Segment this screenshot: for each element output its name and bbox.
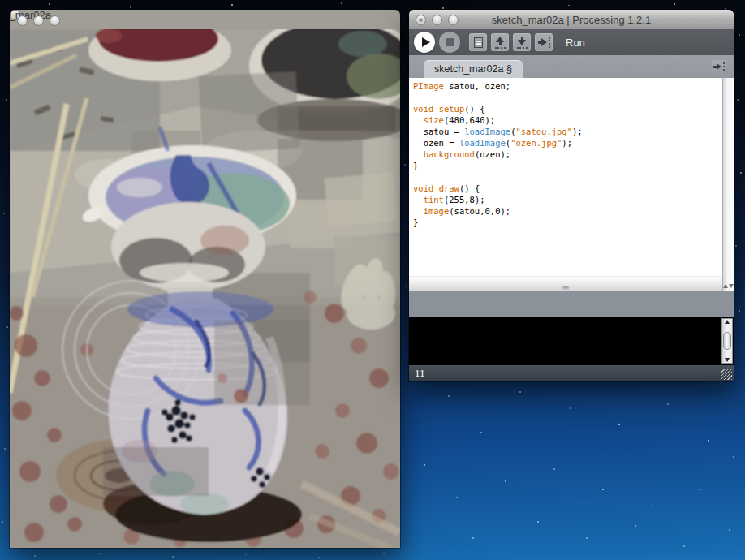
resize-grip[interactable] <box>721 369 732 380</box>
export-button[interactable] <box>535 33 553 51</box>
sketch-canvas-art <box>10 29 400 548</box>
open-up-arrow-icon <box>495 37 506 49</box>
code-line: size(480,640); <box>413 114 722 126</box>
code-line: void setup() { <box>413 103 722 114</box>
line-number-indicator: 11 <box>415 367 425 379</box>
splitter-handle[interactable] <box>562 286 570 290</box>
sketch-window-titlebar[interactable]: sketch_mar02a <box>10 10 20 20</box>
code-editor[interactable]: PImage satou, ozen; void setup() { size(… <box>409 78 722 278</box>
ide-window-title: sketch_mar02a | Processing 1.2.1 <box>492 14 651 26</box>
editor-vertical-scrollbar[interactable] <box>722 78 734 291</box>
code-line: ozen = loadImage("ozen.jpg"); <box>413 137 722 149</box>
ide-window-titlebar[interactable]: sketch_mar02a | Processing 1.2.1 <box>409 10 734 30</box>
sketch-output-window[interactable]: sketch_mar02a <box>10 10 400 548</box>
console-scrollbar[interactable] <box>721 318 733 364</box>
code-line: } <box>413 217 722 228</box>
open-button[interactable] <box>491 33 509 51</box>
new-document-icon <box>474 37 483 48</box>
scrollbar-arrows[interactable] <box>723 284 734 288</box>
desktop: sketch_mar02a <box>0 0 745 560</box>
code-line: satou = loadImage("satou.jpg"); <box>413 126 722 137</box>
editor-area: PImage satou, ozen; void setup() { size(… <box>409 78 734 291</box>
code-line <box>413 92 722 103</box>
code-line: tint(255,8); <box>413 194 722 205</box>
traffic-lights <box>17 11 60 30</box>
ide-toolbar: Run <box>409 29 734 55</box>
processing-ide-window[interactable]: sketch_mar02a | Processing 1.2.1 <box>409 10 734 381</box>
close-button[interactable] <box>416 15 426 25</box>
code-line: } <box>413 160 722 171</box>
minimize-button[interactable] <box>33 15 44 26</box>
tab-menu-arrow-icon <box>713 62 725 71</box>
scroll-up-icon <box>725 320 730 324</box>
run-button[interactable] <box>414 32 435 53</box>
console-output[interactable] <box>409 317 734 365</box>
code-line <box>413 171 722 183</box>
scroll-down-icon <box>729 284 734 288</box>
code-line: void draw() { <box>413 183 722 194</box>
zoom-button[interactable] <box>50 15 60 26</box>
sketch-tabbar: sketch_mar02a § <box>409 55 734 78</box>
tab-menu-button[interactable] <box>712 60 726 73</box>
code-line: background(ozen); <box>413 149 722 160</box>
play-icon <box>422 37 430 47</box>
tab-sketch-mar02a[interactable]: sketch_mar02a § <box>424 60 523 78</box>
console-scroll-thumb[interactable] <box>723 332 731 350</box>
scroll-down-icon <box>725 358 730 362</box>
zoom-button[interactable] <box>448 15 459 25</box>
toolbar-status-label: Run <box>566 37 585 49</box>
save-button[interactable] <box>513 33 531 51</box>
code-line: PImage satou, ozen; <box>413 80 722 92</box>
save-down-arrow-icon <box>517 37 528 49</box>
code-line: image(satou,0,0); <box>413 205 722 217</box>
editor-horizontal-scrollbar[interactable] <box>409 276 722 291</box>
starfield-wallpaper <box>0 0 2 2</box>
traffic-lights <box>416 10 459 29</box>
close-button[interactable] <box>17 15 28 26</box>
status-bar: 11 <box>409 365 734 381</box>
stop-button[interactable] <box>439 32 460 53</box>
new-sketch-button[interactable] <box>469 33 487 51</box>
scroll-up-icon <box>723 284 728 288</box>
message-area <box>409 291 734 317</box>
minimize-button[interactable] <box>432 15 442 25</box>
export-right-arrow-icon <box>538 37 550 48</box>
stop-icon <box>446 38 454 46</box>
